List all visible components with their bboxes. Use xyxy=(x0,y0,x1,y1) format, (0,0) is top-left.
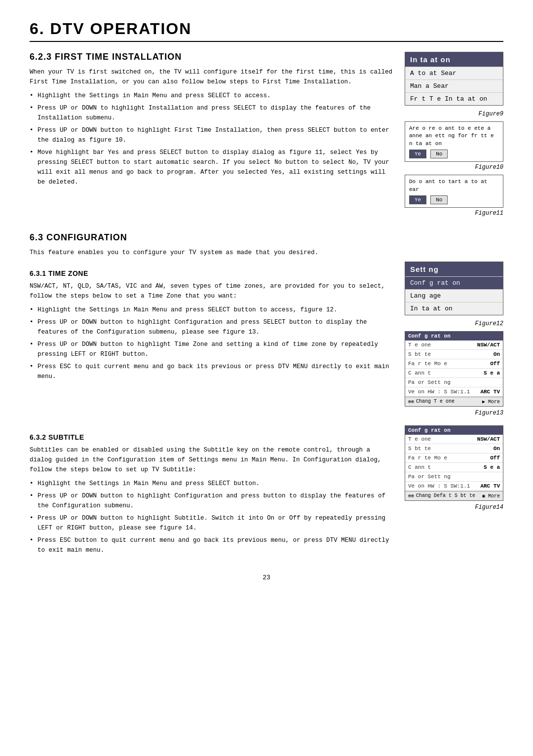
page-number: 23 xyxy=(30,574,503,581)
bullet-item: Press UP or DOWN button to highlight Con… xyxy=(30,491,395,511)
figure13-label: Figure13 xyxy=(405,410,503,416)
dialog10-buttons: Ye No xyxy=(409,150,499,158)
dialog11-text: Do o ant to tart a to at ear xyxy=(409,178,499,193)
config-row: Pa or Sett ng xyxy=(405,472,503,482)
section-63-body: This feature enables you to configure yo… xyxy=(30,248,503,258)
settings-item-language: Lang age xyxy=(405,289,503,302)
figure9-label: Figure9 xyxy=(405,111,503,117)
config-panel1: Conf g rat on T e one NSW/ACT S bt te On… xyxy=(405,331,503,407)
section-631-body: NSW/ACT, NT, QLD, SA/TAS, VIC and AW, se… xyxy=(30,281,395,301)
installation-box: In ta at on A to at Sear Man a Sear Fr t… xyxy=(405,52,503,106)
bullet-item: Move highlight bar Yes and press SELECT … xyxy=(30,148,395,187)
section-632-title: 6.3.2 SUBTITLE xyxy=(30,433,395,441)
config-row: Pa or Sett ng xyxy=(405,378,503,387)
section-623-title: 6.2.3 FIRST TIME INSTALLATION xyxy=(30,52,395,62)
config-panel2-footer: ⊕⊕ Chang Defa t S bt te ◉ More xyxy=(405,491,503,500)
settings-box-header: Sett ng xyxy=(405,262,503,276)
bullet-item: Press UP or DOWN to highlight Installati… xyxy=(30,103,395,123)
settings-item-installation: In ta at on xyxy=(405,302,503,315)
section-632-body: Subtitles can be enabled or disabled usi… xyxy=(30,445,395,475)
figure11-label: Figure11 xyxy=(405,210,503,217)
dialog10-no[interactable]: No xyxy=(430,150,448,158)
bullet-item: Highlight the Settings in Main Menu and … xyxy=(30,91,395,101)
figure12-label: Figure12 xyxy=(405,320,503,327)
bullet-item: Press UP or DOWN button to highlight Con… xyxy=(30,317,395,337)
dialog11-yes[interactable]: Ye xyxy=(409,195,426,204)
installation-item-manual: Man a Sear xyxy=(405,79,503,92)
installation-item-first: Fr t T e In ta at on xyxy=(405,92,503,105)
config-row: Fa r te Mo e Off xyxy=(405,359,503,369)
config-row: Ve on HW : S SW:1.1 ARC TV xyxy=(405,387,503,397)
config-row: Fa r te Mo e Off xyxy=(405,454,503,463)
bullet-item: Press UP or DOWN button to highlight Fir… xyxy=(30,125,395,145)
page-title: 6. DTV OPERATION xyxy=(30,20,503,42)
config-row: C ann t S e a xyxy=(405,369,503,378)
dialog11: Do o ant to tart a to at ear Ye No xyxy=(405,175,503,208)
bullet-item: Press UP or DOWN button to highlight Tim… xyxy=(30,340,395,359)
config-row: S bt te On xyxy=(405,350,503,359)
dialog10-yes[interactable]: Ye xyxy=(409,150,426,158)
installation-item-auto: A to at Sear xyxy=(405,67,503,79)
bullet-item: Press ESC button to quit current menu an… xyxy=(30,535,395,555)
installation-box-header: In ta at on xyxy=(405,52,503,67)
dialog11-buttons: Ye No xyxy=(409,195,499,204)
config-row: S bt te On xyxy=(405,444,503,454)
config-row: T e one NSW/ACT xyxy=(405,435,503,444)
section-632-bullets: Highlight the Settings in Main Menu and … xyxy=(30,479,395,555)
dialog10: Are o re o ant to e ete a anne an ett ng… xyxy=(405,121,503,162)
section-623-bullets: Highlight the Settings in Main Menu and … xyxy=(30,91,395,187)
section-63-title: 6.3 CONFIGURATION xyxy=(30,232,503,243)
config-panel2-header: Conf g rat on xyxy=(405,426,503,435)
section-631-bullets: Highlight the Settings in Main Menu and … xyxy=(30,305,395,381)
section-623-body: When your TV is first switched on, the T… xyxy=(30,67,395,87)
config-row: C ann t S e a xyxy=(405,463,503,472)
settings-box: Sett ng Conf g rat on Lang age In ta at … xyxy=(405,262,503,315)
settings-item-config: Conf g rat on xyxy=(405,276,503,289)
dialog11-no[interactable]: No xyxy=(430,195,448,204)
bullet-item: Highlight the Settings in Main Menu and … xyxy=(30,479,395,489)
config-row: Ve on HW : S SW:1.1 ARC TV xyxy=(405,482,503,491)
figure10-label: Figure10 xyxy=(405,164,503,171)
config-row: T e one NSW/ACT xyxy=(405,340,503,350)
dialog10-text: Are o re o ant to e ete a anne an ett ng… xyxy=(409,125,499,148)
section-631-title: 6.3.1 TIME ZONE xyxy=(30,269,395,277)
config-panel1-footer: ⊕⊕ Chang T e one ▶ More xyxy=(405,397,503,406)
bullet-item: Press ESC to quit current menu and go ba… xyxy=(30,362,395,381)
bullet-item: Press UP or DOWN button to highlight Sub… xyxy=(30,513,395,533)
figure14-label: Figure14 xyxy=(405,504,503,511)
config-panel1-header: Conf g rat on xyxy=(405,332,503,340)
bullet-item: Highlight the Settings in Main Menu and … xyxy=(30,305,395,315)
config-panel2: Conf g rat on T e one NSW/ACT S bt te On… xyxy=(405,425,503,501)
